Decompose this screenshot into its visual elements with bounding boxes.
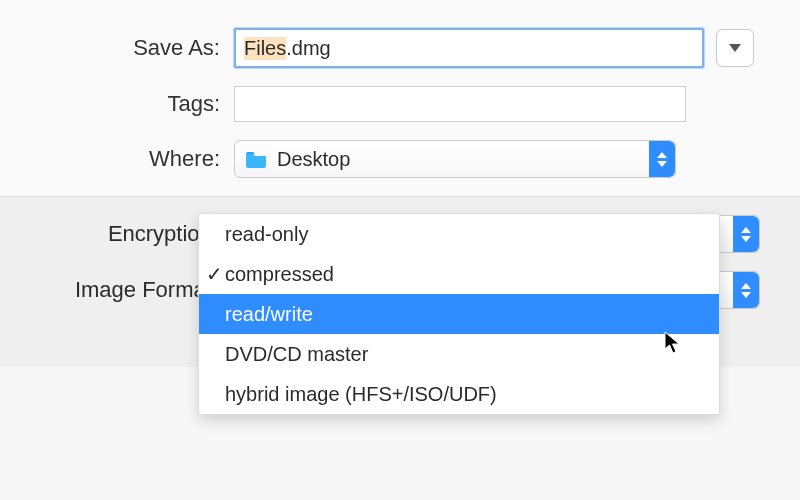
image-format-option-read-only[interactable]: read-only bbox=[199, 214, 719, 254]
encryption-stepper-icon bbox=[733, 216, 759, 252]
image-format-option-hybrid[interactable]: hybrid image (HFS+/ISO/UDF) bbox=[199, 374, 719, 414]
save-sheet-options: Encryption: Image Format: read-only ✓ co… bbox=[0, 196, 800, 367]
menu-item-label: compressed bbox=[225, 263, 334, 286]
menu-item-label: read-only bbox=[225, 223, 308, 246]
menu-item-label: read/write bbox=[225, 303, 313, 326]
expand-save-dialog-button[interactable] bbox=[716, 29, 754, 67]
image-format-stepper-icon bbox=[733, 272, 759, 308]
filename-base: Files bbox=[244, 37, 286, 60]
where-label: Where: bbox=[40, 146, 234, 172]
save-sheet-top: Save As: Files.dmg Tags: Where: Desktop bbox=[0, 0, 800, 196]
save-as-row: Save As: Files.dmg bbox=[40, 28, 760, 68]
menu-item-label: DVD/CD master bbox=[225, 343, 368, 366]
chevron-down-icon bbox=[729, 44, 741, 52]
folder-icon bbox=[245, 150, 267, 168]
image-format-option-read-write[interactable]: read/write bbox=[199, 294, 719, 334]
where-location: Desktop bbox=[277, 148, 350, 171]
tags-label: Tags: bbox=[40, 91, 234, 117]
save-as-input[interactable]: Files.dmg bbox=[234, 28, 704, 68]
tags-row: Tags: bbox=[40, 86, 760, 122]
save-as-label: Save As: bbox=[40, 35, 234, 61]
where-stepper-icon bbox=[649, 141, 675, 177]
save-as-wrap: Files.dmg bbox=[234, 28, 754, 68]
filename-ext: .dmg bbox=[286, 37, 330, 60]
where-popup[interactable]: Desktop bbox=[234, 140, 676, 178]
cursor-icon bbox=[664, 331, 682, 355]
image-format-option-compressed[interactable]: ✓ compressed bbox=[199, 254, 719, 294]
image-format-option-dvd-cd-master[interactable]: DVD/CD master bbox=[199, 334, 719, 374]
checkmark-icon: ✓ bbox=[203, 262, 225, 286]
where-row: Where: Desktop bbox=[40, 140, 760, 178]
image-format-menu[interactable]: read-only ✓ compressed read/write DVD/CD… bbox=[198, 213, 720, 415]
menu-item-label: hybrid image (HFS+/ISO/UDF) bbox=[225, 383, 497, 406]
tags-input[interactable] bbox=[234, 86, 686, 122]
